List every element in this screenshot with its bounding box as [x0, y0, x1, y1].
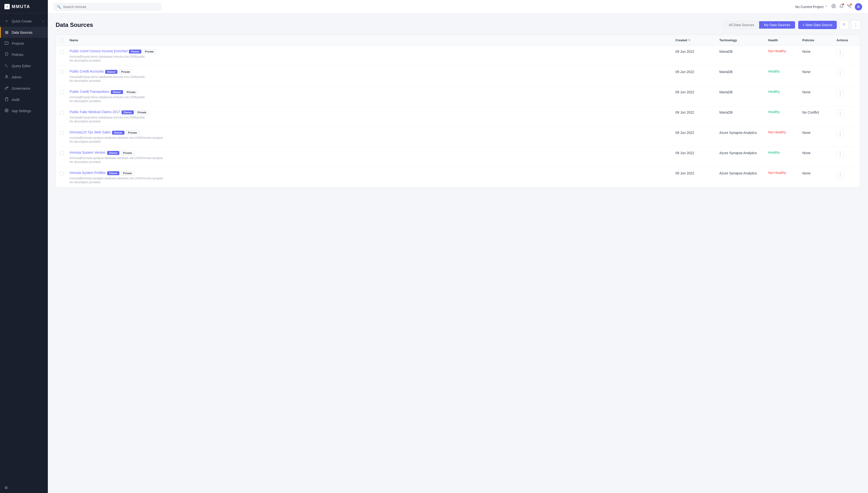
ds-policies-2: None [802, 90, 837, 94]
tag-owner-1: Owner [105, 70, 117, 74]
tag-owner-4: Owner [112, 131, 124, 135]
plus-icon: ＋ [4, 19, 9, 24]
tag-private-4: Private [126, 130, 139, 135]
tag-owner-3: Owner [121, 110, 134, 114]
avatar[interactable]: B [855, 3, 862, 10]
ds-policies-0: None [802, 49, 837, 53]
svg-rect-2 [6, 98, 7, 98]
page-header-right: All Data Sources My Data Sources + New D… [724, 21, 860, 29]
data-source-link-3[interactable]: Public Fake Medical Claims 2017 [70, 110, 120, 114]
wifi-icon[interactable] [847, 4, 851, 9]
notification-dot [842, 3, 844, 5]
data-source-link-5[interactable]: Immuta System Version [70, 150, 106, 154]
chevron-down-icon: ⌃ [825, 5, 827, 8]
search-icon: 🔍 [57, 5, 61, 9]
table-row: Immuta System Profiles OwnerPrivate immu… [56, 167, 860, 187]
select-all-checkbox[interactable] [60, 39, 64, 43]
col-header-technology: Technology [719, 38, 768, 43]
row-checkbox-5[interactable] [60, 151, 64, 155]
sidebar-item-policies[interactable]: Policies [0, 49, 48, 60]
data-source-link-6[interactable]: Immuta System Profiles [70, 171, 106, 175]
tab-my-data-sources[interactable]: My Data Sources [759, 21, 795, 28]
table-row: Public Credit Accounts OwnerPrivate immu… [56, 66, 860, 86]
sidebar-item-governance[interactable]: Governance [0, 83, 48, 94]
sort-icon[interactable]: ⇅ [688, 39, 690, 42]
row-actions-button-1[interactable]: ⋮ [837, 69, 844, 77]
row-actions-button-0[interactable]: ⋮ [837, 49, 844, 57]
ds-health-1: Healthy [768, 69, 802, 73]
ds-url-0: immuta@mysql.demo-databases.immuta.com:3… [70, 55, 676, 58]
sidebar-item-label: Governance [12, 86, 30, 90]
row-checkbox-6[interactable] [60, 171, 64, 175]
data-source-link-4[interactable]: Immuta123 Tpc Web Sales [70, 130, 111, 134]
data-table: Name Created ⇅ Technology Health Policie… [56, 35, 860, 188]
row-checkbox-1[interactable] [60, 70, 64, 74]
ds-technology-0: MariaDB [719, 49, 768, 53]
svg-point-3 [6, 110, 7, 111]
more-options-button[interactable]: ⋮ [851, 21, 860, 29]
ds-health-4: Not Healthy [768, 130, 802, 134]
sidebar-item-data-sources[interactable]: ⊞ Data Sources [0, 27, 48, 38]
col-header-actions: Actions [837, 38, 856, 43]
tag-private-6: Private [121, 171, 134, 175]
table-row: Immuta123 Tpc Web Sales OwnerPrivate imm… [56, 127, 860, 147]
new-data-source-button[interactable]: + New Data Source [798, 21, 837, 29]
svg-point-1 [6, 75, 7, 77]
tag-private-2: Private [124, 90, 138, 94]
data-source-link-0[interactable]: Public Uciml Census Income Enriched [70, 49, 128, 53]
ds-url-6: immuta@immuta-synapse.database.windows.n… [70, 177, 676, 180]
ds-desc-5: No description provided. [70, 160, 676, 164]
grid-icon: ⊞ [4, 30, 9, 35]
bell-icon[interactable] [839, 4, 844, 9]
row-checkbox-0[interactable] [60, 50, 64, 54]
ds-health-6: Not Healthy [768, 171, 802, 175]
ds-technology-3: MariaDB [719, 110, 768, 114]
logo-text: MMUTA [12, 4, 30, 9]
main-area: 🔍 No Current Project ⌃ B [48, 0, 868, 493]
row-actions-button-4[interactable]: ⋮ [837, 130, 844, 137]
folder-icon [4, 41, 9, 46]
sidebar-item-quick-create[interactable]: ＋ Quick Create › [0, 15, 48, 27]
sidebar-item-query-editor[interactable]: Query Editor [0, 60, 48, 71]
data-source-link-1[interactable]: Public Credit Accounts [70, 69, 104, 73]
row-actions-button-6[interactable]: ⋮ [837, 171, 844, 178]
sidebar-item-projects[interactable]: Projects [0, 38, 48, 49]
sidebar-item-label: Query Editor [12, 64, 31, 68]
ds-policies-1: None [802, 69, 837, 74]
sidebar-nav: ＋ Quick Create › ⊞ Data Sources Projects… [0, 14, 48, 483]
ds-health-5: Healthy [768, 150, 802, 154]
ds-url-4: immuta@immuta-synapse.database.windows.n… [70, 136, 676, 140]
ds-technology-1: MariaDB [719, 69, 768, 74]
row-checkbox-2[interactable] [60, 90, 64, 94]
page-title: Data Sources [56, 21, 93, 28]
search-box[interactable]: 🔍 [54, 3, 161, 10]
row-checkbox-3[interactable] [60, 111, 64, 114]
filter-button[interactable] [840, 21, 848, 29]
tag-owner-2: Owner [111, 90, 123, 94]
row-actions-button-3[interactable]: ⋮ [837, 110, 844, 117]
search-input[interactable] [63, 5, 158, 9]
table-body: Public Uciml Census Income Enriched Owne… [56, 46, 860, 187]
project-selector[interactable]: No Current Project ⌃ [795, 5, 827, 9]
tag-private-5: Private [121, 151, 134, 155]
clipboard-icon [4, 97, 9, 102]
row-actions-button-2[interactable]: ⋮ [837, 90, 844, 97]
table-row: Immuta System Version OwnerPrivate immut… [56, 147, 860, 167]
quick-create-label: Quick Create [12, 19, 32, 23]
row-checkbox-4[interactable] [60, 131, 64, 135]
sidebar-item-audit[interactable]: Audit [0, 94, 48, 105]
ds-desc-4: No description provided. [70, 140, 676, 144]
data-source-link-2[interactable]: Public Credit Transactions [70, 90, 109, 93]
sidebar-settings-icon[interactable]: ⚙ [4, 486, 8, 490]
page-header: Data Sources All Data Sources My Data So… [56, 21, 860, 29]
sidebar-item-app-settings[interactable]: App Settings [0, 105, 48, 116]
tab-all-data-sources[interactable]: All Data Sources [724, 21, 759, 28]
ds-created-0: 09 Jun 2022 [676, 49, 719, 53]
row-actions-button-5[interactable]: ⋮ [837, 150, 844, 158]
logo: I MMUTA [0, 0, 48, 14]
col-header-name: Name [70, 38, 676, 43]
sidebar-item-admin[interactable]: Admin [0, 71, 48, 83]
settings-topbar-icon[interactable] [831, 4, 836, 9]
ds-health-3: Healthy [768, 110, 802, 114]
sidebar-item-label: Projects [12, 42, 24, 45]
